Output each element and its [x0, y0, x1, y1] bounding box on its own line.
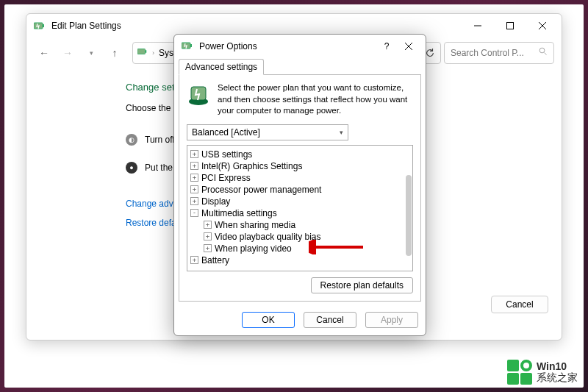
svg-point-8 [539, 48, 545, 53]
battery-icon [182, 40, 193, 54]
watermark-logo [507, 360, 532, 385]
window-title: Edit Plan Settings [51, 21, 462, 31]
expand-icon[interactable]: + [204, 232, 212, 240]
tree-item-battery[interactable]: +Battery [189, 254, 411, 266]
restore-plan-defaults-button[interactable]: Restore plan defaults [311, 277, 413, 293]
svg-line-9 [545, 53, 547, 55]
display-icon: ◐ [126, 134, 137, 146]
svg-rect-7 [146, 50, 147, 53]
tree-item-processor[interactable]: +Processor power management [189, 184, 411, 196]
search-icon [539, 47, 548, 58]
apply-button[interactable]: Apply [365, 312, 418, 328]
cancel-button[interactable]: Cancel [304, 312, 356, 328]
expand-icon[interactable]: + [204, 221, 212, 229]
battery-icon [34, 20, 46, 32]
dialog-titlebar: Power Options ? [174, 35, 426, 58]
dialog-title: Power Options [199, 41, 376, 51]
cancel-button[interactable]: Cancel [491, 296, 548, 313]
dialog-footer: OK Cancel Apply [174, 306, 426, 335]
dialog-intro: Select the power plan that you want to c… [218, 82, 413, 117]
expand-icon[interactable]: + [190, 197, 198, 205]
expand-icon[interactable]: + [190, 174, 198, 182]
svg-rect-3 [507, 23, 514, 29]
scrollbar-thumb[interactable] [406, 175, 412, 256]
plan-select-value: Balanced [Active] [192, 127, 260, 138]
tab-advanced-settings[interactable]: Advanced settings [179, 59, 264, 75]
scrollbar[interactable] [405, 146, 412, 271]
search-input[interactable]: Search Control P... [444, 42, 554, 64]
tree-item-usb[interactable]: +USB settings [189, 149, 411, 160]
up-button[interactable]: ↑ [104, 43, 125, 63]
settings-tree[interactable]: +USB settings +Intel(R) Graphics Setting… [187, 145, 413, 271]
tree-item-sharing-media[interactable]: +When sharing media [202, 219, 411, 231]
expand-icon[interactable]: + [204, 244, 212, 252]
chevron-down-icon: ▾ [340, 129, 343, 136]
svg-rect-6 [137, 49, 146, 54]
svg-rect-11 [190, 44, 192, 47]
tree-item-when-playing-video[interactable]: +When playing video [202, 243, 411, 254]
power-plan-icon [187, 82, 210, 106]
tree-item-display[interactable]: +Display [189, 196, 411, 207]
help-button[interactable]: ? [376, 36, 398, 57]
watermark-text: Win10 系统之家 [537, 361, 578, 384]
minimize-button[interactable] [462, 15, 494, 37]
collapse-icon[interactable]: - [190, 209, 198, 217]
close-button[interactable] [398, 36, 420, 57]
expand-icon[interactable]: + [190, 256, 198, 264]
forward-button[interactable]: → [57, 43, 78, 63]
power-options-dialog: Power Options ? Advanced settings Select… [173, 34, 426, 336]
expand-icon[interactable]: + [190, 185, 198, 193]
back-button[interactable]: ← [34, 43, 54, 63]
sleep-icon: ● [126, 162, 137, 174]
expand-icon[interactable]: + [190, 150, 198, 158]
tab-strip: Advanced settings [174, 59, 426, 75]
tree-item-video-quality-bias[interactable]: +Video playback quality bias [202, 231, 411, 243]
power-plan-select[interactable]: Balanced [Active] ▾ [187, 124, 348, 140]
tree-item-intel-graphics[interactable]: +Intel(R) Graphics Settings [189, 160, 411, 172]
maximize-button[interactable] [494, 15, 526, 37]
expand-icon[interactable]: + [190, 162, 198, 170]
svg-rect-1 [43, 24, 44, 27]
watermark: Win10 系统之家 [507, 360, 578, 385]
recent-button[interactable]: ▾ [81, 43, 101, 63]
tab-panel: Select the power plan that you want to c… [179, 74, 421, 302]
battery-icon [137, 46, 148, 59]
tree-item-pci-express[interactable]: +PCI Express [189, 172, 411, 184]
chevron-right-icon: › [152, 49, 154, 57]
ok-button[interactable]: OK [242, 312, 295, 328]
tree-item-multimedia[interactable]: -Multimedia settings [189, 207, 411, 219]
search-placeholder: Search Control P... [451, 48, 524, 58]
close-button[interactable] [526, 15, 559, 37]
